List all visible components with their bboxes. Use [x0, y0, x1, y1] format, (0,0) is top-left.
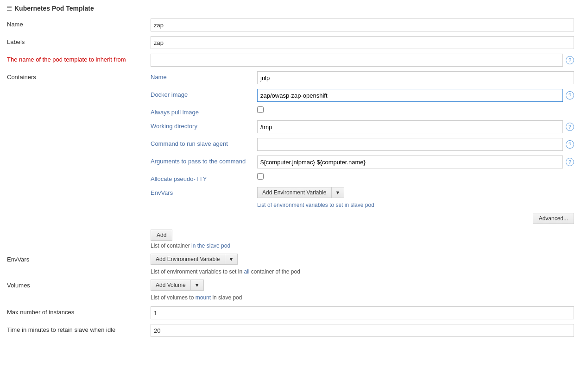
container-name-label: Name	[151, 71, 257, 81]
always-pull-row: Always pull image	[151, 106, 574, 116]
container-name-row: Name	[151, 71, 574, 84]
pod-env-vars-note: List of environment variables to set in …	[151, 268, 300, 275]
volumes-label: Volumes	[7, 280, 151, 289]
command-control: ?	[257, 138, 574, 151]
container-list-link[interactable]: in the slave pod	[191, 243, 230, 249]
containers-label: Containers	[7, 71, 151, 81]
working-dir-label: Working directory	[151, 120, 257, 130]
allocate-tty-control	[257, 173, 574, 180]
docker-image-input[interactable]	[257, 89, 563, 102]
docker-image-row: Docker image ?	[151, 89, 574, 102]
volumes-note-link[interactable]: mount	[196, 294, 211, 301]
always-pull-control	[257, 106, 574, 113]
max-instances-row: Max number of instances	[7, 306, 574, 319]
add-container-button[interactable]: Add	[151, 230, 172, 241]
container-list-note: List of container in the slave pod	[151, 243, 574, 249]
pod-envvars-label: EnvVars	[7, 254, 151, 263]
docker-image-label: Docker image	[151, 89, 257, 98]
name-control	[151, 19, 574, 31]
volumes-note: List of volumes to mount in slave pod	[151, 294, 242, 301]
command-row: Command to run slave agent ?	[151, 138, 574, 151]
labels-control	[151, 36, 574, 49]
pod-env-vars-note-post: container of the pod	[249, 268, 300, 275]
pod-env-vars-note-pre: List of environment variables to set in	[151, 268, 244, 275]
arguments-help-icon[interactable]: ?	[566, 158, 574, 166]
name-row: Name	[7, 19, 574, 31]
add-env-var-container-btn-split: Add Environment Variable ▼	[257, 187, 344, 198]
retain-time-control	[151, 324, 574, 337]
working-dir-row: Working directory ?	[151, 120, 574, 133]
labels-row: Labels	[7, 36, 574, 49]
arguments-control: ?	[257, 156, 574, 168]
command-input[interactable]	[257, 138, 563, 151]
add-env-var-container-dropdown[interactable]: ▼	[331, 187, 345, 198]
always-pull-checkbox[interactable]	[257, 106, 264, 113]
add-volume-btn-split: Add Volume ▼	[151, 280, 204, 291]
containers-row: Containers Name Docker image ?	[7, 71, 574, 249]
working-dir-control: ?	[257, 120, 574, 133]
container-inner: Name Docker image ? Always pull image	[151, 71, 574, 224]
name-label: Name	[7, 19, 151, 28]
retain-time-input[interactable]	[151, 324, 574, 337]
working-dir-help-icon[interactable]: ?	[566, 123, 574, 131]
add-env-var-pod-btn-split: Add Environment Variable ▼	[151, 254, 238, 265]
arguments-input[interactable]	[257, 156, 563, 168]
allocate-tty-checkbox[interactable]	[257, 173, 264, 180]
working-dir-input[interactable]	[257, 120, 563, 133]
allocate-tty-label: Allocate pseudo-TTY	[151, 173, 257, 182]
inherit-help-icon[interactable]: ?	[566, 56, 574, 64]
arguments-label: Arguments to pass to the command	[151, 156, 257, 165]
inherit-label: The name of the pod template to inherit …	[7, 54, 151, 63]
page-container: Kubernetes Pod Template Name Labels The …	[0, 0, 581, 346]
page-title: Kubernetes Pod Template	[14, 5, 94, 12]
inherit-input[interactable]	[151, 54, 563, 67]
containers-section: Name Docker image ? Always pull image	[151, 71, 574, 249]
volumes-note-post: in slave pod	[211, 294, 242, 301]
add-env-var-pod-button[interactable]: Add Environment Variable	[151, 254, 225, 265]
container-envvars-control: Add Environment Variable ▼ List of envir…	[257, 187, 574, 208]
container-env-vars-link[interactable]: List of environment variables to set in …	[257, 202, 374, 208]
max-instances-label: Max number of instances	[7, 306, 151, 316]
max-instances-input[interactable]	[151, 306, 574, 319]
retain-time-row: Time in minutes to retain slave when idl…	[7, 324, 574, 337]
always-pull-label: Always pull image	[151, 106, 257, 116]
drag-handle-icon[interactable]	[7, 6, 12, 11]
labels-label: Labels	[7, 36, 151, 45]
docker-image-help-icon[interactable]: ?	[566, 91, 574, 100]
command-help-icon[interactable]: ?	[566, 140, 574, 149]
arguments-row: Arguments to pass to the command ?	[151, 156, 574, 168]
section-header: Kubernetes Pod Template	[7, 5, 574, 12]
volumes-note-pre: List of volumes to	[151, 294, 196, 301]
advanced-btn-row: Advanced...	[151, 213, 574, 224]
container-envvars-row: EnvVars Add Environment Variable ▼ List …	[151, 187, 574, 208]
container-env-vars-note: List of environment variables to set in …	[257, 202, 374, 208]
container-envvars-label: EnvVars	[151, 187, 257, 196]
add-volume-button[interactable]: Add Volume	[151, 280, 190, 291]
add-volume-dropdown[interactable]: ▼	[190, 280, 204, 291]
add-container-row: Add	[151, 230, 574, 241]
inherit-control: ?	[151, 54, 574, 67]
add-env-var-container-button[interactable]: Add Environment Variable	[257, 187, 331, 198]
command-label: Command to run slave agent	[151, 138, 257, 147]
add-env-var-pod-dropdown[interactable]: ▼	[225, 254, 238, 265]
docker-image-control: ?	[257, 89, 574, 102]
pod-envvars-control: Add Environment Variable ▼ List of envir…	[151, 254, 574, 275]
retain-time-label: Time in minutes to retain slave when idl…	[7, 324, 151, 333]
pod-env-vars-all-link[interactable]: all	[244, 268, 249, 275]
name-input[interactable]	[151, 19, 574, 31]
inherit-row: The name of the pod template to inherit …	[7, 54, 574, 67]
labels-input[interactable]	[151, 36, 574, 49]
container-list-note-pre: List of container	[151, 243, 191, 249]
max-instances-control	[151, 306, 574, 319]
container-name-input[interactable]	[257, 71, 574, 84]
volumes-control: Add Volume ▼ List of volumes to mount in…	[151, 280, 574, 301]
pod-envvars-row: EnvVars Add Environment Variable ▼ List …	[7, 254, 574, 275]
advanced-button[interactable]: Advanced...	[533, 213, 574, 224]
container-name-control	[257, 71, 574, 84]
volumes-row: Volumes Add Volume ▼ List of volumes to …	[7, 280, 574, 301]
allocate-tty-row: Allocate pseudo-TTY	[151, 173, 574, 182]
